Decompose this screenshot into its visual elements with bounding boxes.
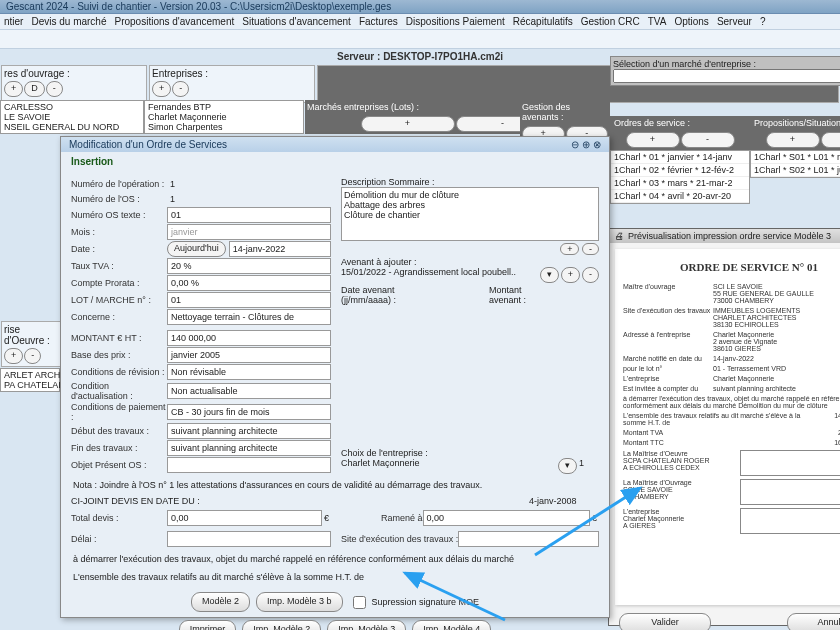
ordres-list[interactable]: 1Charl * 01 * janvier * 14-janv 1Charl *…	[610, 150, 750, 204]
nota-text[interactable]: Nota : Joindre à l'OS n° 1 les attestati…	[71, 478, 599, 492]
list-item[interactable]: 1Charl * 02 * février * 12-fév-2	[611, 164, 749, 177]
cijoint-date[interactable]: 4-janv-2008	[529, 496, 599, 506]
txt2[interactable]: L'ensemble des travaux relatifs au dit m…	[71, 570, 599, 584]
menu-item[interactable]: ?	[760, 16, 766, 27]
add-button[interactable]: +	[152, 81, 171, 97]
objet-input[interactable]	[167, 457, 331, 473]
menu-item[interactable]: Gestion CRC	[581, 16, 640, 27]
suppression-signature-checkbox[interactable]: Supression signature MOE	[349, 592, 480, 612]
dropdown-icon[interactable]: ▾	[540, 267, 559, 283]
list-item[interactable]: CARLESSO	[2, 102, 142, 112]
menu-item[interactable]: Devis du marché	[31, 16, 106, 27]
moe-list[interactable]: ARLET ARCHITE PA CHATELAIN F	[0, 368, 60, 392]
lot-input[interactable]: 01	[167, 292, 331, 308]
add-button[interactable]: +	[561, 267, 580, 283]
maitres-list[interactable]: CARLESSO LE SAVOIE NSEIL GENERAL DU NORD	[0, 100, 144, 134]
date-input[interactable]: 14-janv-2022	[229, 241, 331, 257]
menu-item[interactable]: ntier	[4, 16, 23, 27]
menu-item[interactable]: Factures	[359, 16, 398, 27]
menu-item[interactable]: Serveur	[717, 16, 752, 27]
total-input[interactable]: 0,00	[167, 510, 322, 526]
base-input[interactable]: janvier 2005	[167, 347, 331, 363]
list-item[interactable]: LE SAVOIE	[2, 112, 142, 122]
imp-modele3b-button[interactable]: Imp. Modèle 3 b	[256, 592, 343, 612]
label: Ramené à	[381, 513, 423, 523]
site-input[interactable]	[458, 531, 599, 547]
list-item[interactable]: 1Charl * 01 * janvier * 14-janv	[611, 151, 749, 164]
list-item[interactable]: 1Charl * 04 * avril * 20-avr-20	[611, 190, 749, 203]
imprimer-button[interactable]: Imprimer	[179, 620, 237, 630]
ramene-input[interactable]: 0,00	[423, 510, 590, 526]
avenant-select[interactable]: 15/01/2022 - Agrandissement local poubel…	[341, 267, 538, 283]
paiement-input[interactable]: CB - 30 jours fin de mois	[167, 404, 331, 420]
actualisation-input[interactable]: Non actualisable	[167, 383, 331, 399]
add-button[interactable]: +	[766, 132, 820, 148]
avenants-header: Gestion des avenants :	[520, 100, 610, 124]
delai-input[interactable]	[167, 531, 331, 547]
description-textarea[interactable]: Démolition du mur de clôture Abattage de…	[341, 187, 599, 241]
dropdown-icon[interactable]: ▾	[558, 458, 577, 474]
label: Délai :	[71, 534, 167, 544]
list-item[interactable]: Fernandes BTP	[146, 102, 302, 112]
propositions-list[interactable]: 1Charl * S01 * L01 * mai * 12- 1Charl * …	[750, 150, 840, 178]
modele2-button[interactable]: Modèle 2	[191, 592, 250, 612]
concerne-input[interactable]: Nettoyage terrain - Clôtures de chantier	[167, 309, 331, 325]
prorata-input[interactable]: 0,00 %	[167, 275, 331, 291]
menu-item[interactable]: Options	[674, 16, 708, 27]
tva-input[interactable]: 20 %	[167, 258, 331, 274]
label: Début des travaux :	[71, 426, 167, 436]
entreprise-select[interactable]: Charlet Maçonnerie	[341, 458, 556, 474]
add-button[interactable]: +	[626, 132, 680, 148]
menu-item[interactable]: Dispositions Paiement	[406, 16, 505, 27]
dup-button[interactable]: D	[24, 81, 45, 97]
list-item[interactable]: 1Charl * 03 * mars * 21-mar-2	[611, 177, 749, 190]
menu-bar: ntierDevis du marchéPropositions d'avanc…	[0, 14, 840, 30]
today-button[interactable]: Aujourd'hui	[167, 241, 226, 257]
remove-button[interactable]: -	[582, 267, 599, 283]
label: Avenant à ajouter :	[341, 257, 599, 267]
marche-select[interactable]	[613, 69, 840, 83]
label: Numéro de l'OS :	[71, 194, 167, 204]
num-os-texte-input[interactable]: 01	[167, 207, 331, 223]
mois-select[interactable]: janvier	[167, 224, 331, 240]
add-button[interactable]: +	[4, 348, 23, 364]
list-item[interactable]: 1Charl * S01 * L01 * mai * 12-	[751, 151, 840, 164]
imp-modele4-button[interactable]: Imp. Modèle 4	[412, 620, 491, 630]
remove-button[interactable]: -	[46, 81, 63, 97]
date-avenant-input[interactable]	[442, 285, 485, 305]
list-item[interactable]: ARLET ARCHITE	[2, 370, 58, 380]
add-button[interactable]: +	[361, 116, 455, 132]
dialog-title: Modification d'un Ordre de Services	[69, 139, 227, 150]
menu-item[interactable]: Situations d'avancement	[242, 16, 351, 27]
montant-input[interactable]: 140 000,00	[167, 330, 331, 346]
menu-item[interactable]: Propositions d'avancement	[114, 16, 234, 27]
txt1[interactable]: à démarrer l'exécution des travaux, obje…	[71, 552, 599, 566]
debut-input[interactable]: suivant planning architecte	[167, 423, 331, 439]
preview-annuler-button[interactable]: Annuler	[787, 613, 840, 630]
list-item[interactable]: Charlet Maçonnerie	[146, 112, 302, 122]
entreprises-list[interactable]: Fernandes BTP Charlet Maçonnerie Simon C…	[144, 100, 304, 134]
imp-modele2-button[interactable]: Imp. Modèle 2	[242, 620, 321, 630]
list-item[interactable]: PA CHATELAIN F	[2, 380, 58, 390]
entreprise-n[interactable]: 1	[579, 458, 599, 474]
menu-item[interactable]: Récapitulatifs	[513, 16, 573, 27]
revision-input[interactable]: Non révisable	[167, 364, 331, 380]
list-item[interactable]: 1Charl * S02 * L01 * juillet * 2	[751, 164, 840, 177]
fin-input[interactable]: suivant planning architecte	[167, 440, 331, 456]
list-item[interactable]: NSEIL GENERAL DU NORD	[2, 122, 142, 132]
add-button[interactable]: +	[560, 243, 579, 255]
remove-button[interactable]: -	[681, 132, 735, 148]
label: LOT / MARCHE n° :	[71, 295, 167, 305]
imp-modele3-button[interactable]: Imp. Modèle 3	[327, 620, 406, 630]
remove-button[interactable]: -	[172, 81, 189, 97]
list-item[interactable]: Simon Charpentes	[146, 122, 302, 132]
menu-item[interactable]: TVA	[648, 16, 667, 27]
num-os: 1	[167, 192, 331, 206]
montant-avenant-input[interactable]	[556, 285, 599, 305]
remove-button[interactable]: -	[821, 132, 841, 148]
dialog-controls[interactable]: ⊖ ⊕ ⊗	[571, 139, 601, 150]
remove-button[interactable]: -	[582, 243, 599, 255]
remove-button[interactable]: -	[24, 348, 41, 364]
add-button[interactable]: +	[4, 81, 23, 97]
preview-valider-button[interactable]: Valider	[619, 613, 711, 630]
